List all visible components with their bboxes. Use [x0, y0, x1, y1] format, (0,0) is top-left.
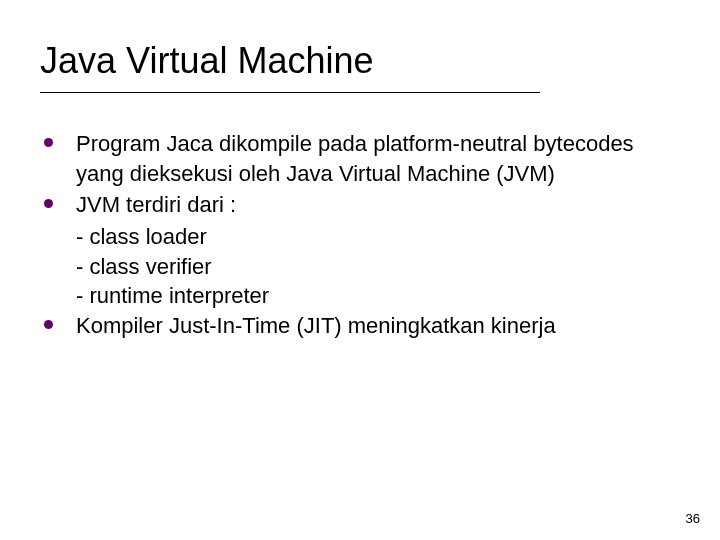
- sub-item: - class loader: [40, 222, 680, 252]
- bullet-icon: [40, 190, 76, 208]
- bullet-text: Program Jaca dikompile pada platform-neu…: [76, 129, 680, 188]
- bullet-text: JVM terdiri dari :: [76, 190, 680, 220]
- list-item: JVM terdiri dari :: [40, 190, 680, 220]
- sub-item: - runtime interpreter: [40, 281, 680, 311]
- list-item: Program Jaca dikompile pada platform-neu…: [40, 129, 680, 188]
- slide-content: Program Jaca dikompile pada platform-neu…: [40, 129, 680, 341]
- sub-item: - class verifier: [40, 252, 680, 282]
- bullet-icon: [40, 311, 76, 329]
- page-number: 36: [686, 511, 700, 526]
- slide-title: Java Virtual Machine: [40, 40, 540, 93]
- bullet-icon: [40, 129, 76, 147]
- bullet-text: Kompiler Just-In-Time (JIT) meningkatkan…: [76, 311, 680, 341]
- list-item: Kompiler Just-In-Time (JIT) meningkatkan…: [40, 311, 680, 341]
- slide: Java Virtual Machine Program Jaca dikomp…: [0, 0, 720, 540]
